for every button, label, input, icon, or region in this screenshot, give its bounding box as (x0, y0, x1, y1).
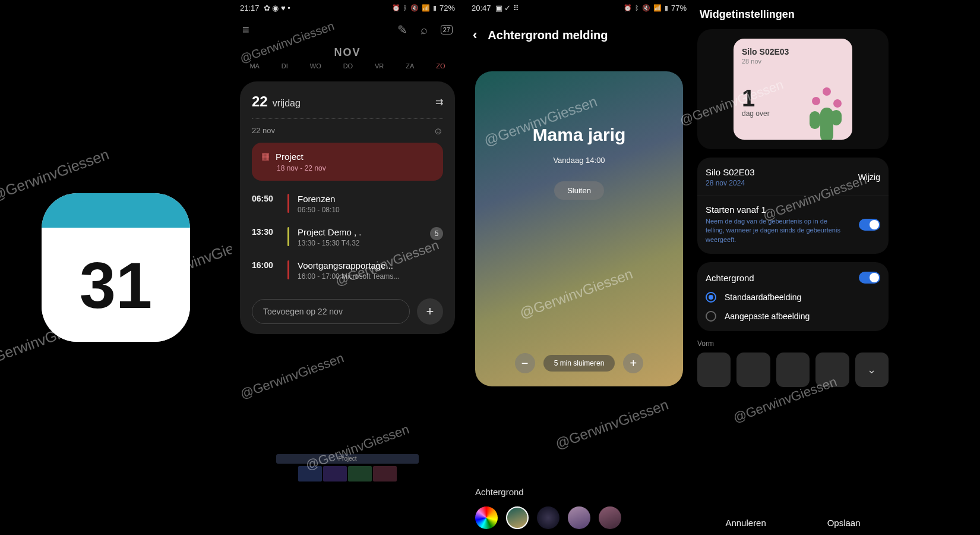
page-title: Widgetinstellingen (695, 0, 891, 29)
save-button[interactable]: Opslaan (827, 518, 861, 528)
swatch-teal-amber[interactable] (506, 506, 529, 529)
shape-option[interactable] (815, 353, 849, 387)
radio-custom-image[interactable]: Aangepaste afbeelding (706, 311, 880, 322)
cactus-illustration (806, 89, 848, 140)
project-banner[interactable]: ▦Project 18 nov - 22 nov (252, 143, 443, 181)
emoji-icon[interactable]: ☺ (434, 126, 443, 137)
agenda-icon[interactable]: ⇉ (435, 96, 443, 108)
alarm-subtitle: Vandaag 14:00 (553, 156, 605, 165)
background-toggle[interactable] (859, 272, 880, 284)
calendar-icon: ▦ (261, 151, 270, 162)
mute-icon: 🔇 (410, 4, 419, 12)
search-icon[interactable]: ⌕ (421, 23, 428, 37)
alarm-title: Mama jarig (533, 125, 626, 145)
day-detail-card: 22 vrijdag ⇉ 22 nov ☺ ▦Project 18 nov - … (240, 81, 455, 334)
shape-more[interactable]: ⌄ (855, 353, 889, 387)
shape-label: Vorm (697, 339, 889, 348)
swatch-pink-purple[interactable] (568, 506, 590, 529)
swatch-dark-purple[interactable] (537, 506, 559, 529)
snooze-button[interactable]: 5 min sluimeren (543, 355, 615, 372)
minus-button[interactable]: − (515, 353, 535, 373)
calendar-icon-day: 31 (42, 228, 190, 342)
event-row[interactable]: 13:30 Project Demo , . 13:30 - 15:30 T4.… (252, 227, 443, 247)
wifi-icon: 📶 (422, 4, 430, 12)
swatch-multicolor[interactable] (475, 506, 498, 529)
day-name: vrijdag (273, 98, 301, 109)
status-bar: 20:47 ▣ ✓ ⠿ ⏰ᛒ🔇📶▮ 77% (463, 0, 695, 15)
shape-option[interactable] (736, 353, 770, 387)
day-number: 22 (252, 93, 268, 110)
page-title: Achtergrond melding (488, 29, 608, 42)
today-button[interactable]: 27 (441, 25, 453, 34)
swatch-mauve[interactable] (599, 506, 621, 529)
alarm-preview-card: Mama jarig Vandaag 14:00 Sluiten − 5 min… (475, 71, 683, 386)
edit-button[interactable]: Wijzig (858, 172, 880, 182)
status-bar: 21:17 ✿ ◉ ♥ • ⏰ ᛒ 🔇 📶 ▮ 72% (232, 0, 463, 15)
event-name: Silo S02E03 (706, 167, 755, 177)
menu-icon[interactable]: ≡ (242, 23, 249, 37)
month-label: NOV (232, 46, 463, 59)
radio-default-image[interactable]: Standaardafbeelding (706, 292, 880, 303)
back-icon[interactable]: ‹ (473, 27, 477, 43)
calendar-app-icon: 31 (42, 193, 190, 342)
background-label: Achtergrond (706, 273, 754, 283)
edit-icon[interactable]: ✎ (397, 23, 407, 37)
start-from-label: Starten vanaf 1 (706, 204, 842, 215)
start-from-toggle[interactable] (859, 219, 880, 231)
shape-option[interactable] (697, 353, 731, 387)
plus-button[interactable]: + (623, 353, 643, 373)
background-calendar: Project (232, 454, 463, 482)
alarm-icon: ⏰ (392, 4, 400, 12)
plus-button[interactable]: + (417, 298, 443, 325)
widget-preview: Silo S02E03 28 nov 1 dag over (697, 29, 889, 149)
shape-options: ⌄ (697, 353, 889, 387)
shape-option[interactable] (776, 353, 810, 387)
event-row[interactable]: 16:00 Voortgangsrapportage... 16:00 - 17… (252, 260, 443, 281)
bluetooth-icon: ᛒ (403, 4, 407, 11)
cancel-button[interactable]: Annuleren (725, 518, 766, 528)
background-swatches (475, 506, 621, 529)
event-date: 28 nov 2024 (706, 179, 755, 187)
attendee-badge: 5 (430, 227, 443, 240)
event-row[interactable]: 06:50 Forenzen 06:50 - 08:10 (252, 194, 443, 214)
add-event-button[interactable]: Toevoegen op 22 nov (252, 299, 410, 324)
background-section-label: Achtergrond (475, 487, 524, 497)
day-of-week-row: MADIWODOVRZAZO (239, 62, 456, 70)
signal-icon: ▮ (433, 4, 437, 12)
close-button[interactable]: Sluiten (554, 181, 604, 200)
